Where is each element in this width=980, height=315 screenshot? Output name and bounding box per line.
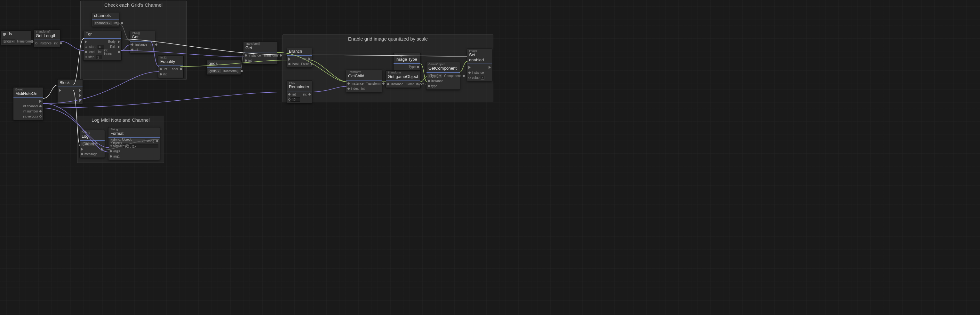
- exec-out[interactable]: [39, 100, 41, 103]
- exec-false[interactable]: [311, 63, 313, 66]
- port-out[interactable]: [417, 66, 419, 68]
- exec-out[interactable]: [101, 147, 103, 151]
- group-title: Log Midi Note and Channel: [78, 116, 164, 123]
- port-out[interactable]: [155, 43, 158, 46]
- port-out[interactable]: [121, 22, 123, 24]
- port-instance[interactable]: [347, 82, 350, 85]
- node-get-child[interactable]: Transform GetChild instanceTransform ind…: [346, 70, 382, 92]
- node-block[interactable]: Block: [57, 79, 83, 104]
- port-velocity[interactable]: [39, 116, 41, 117]
- port-out[interactable]: [156, 140, 158, 142]
- port-in2[interactable]: [288, 98, 291, 101]
- node-format[interactable]: String Format (string, Object, Object) s…: [108, 127, 160, 160]
- exec-body[interactable]: [118, 40, 120, 43]
- exec-out3[interactable]: [79, 99, 81, 102]
- port-in1[interactable]: [245, 54, 247, 57]
- exec-true[interactable]: [309, 57, 311, 61]
- port-out[interactable]: [463, 75, 465, 77]
- node-get-int[interactable]: Int32[] Get instance int int: [130, 31, 155, 53]
- exec-out1[interactable]: [79, 89, 81, 92]
- node-get-transform[interactable]: Transform[] Get instance Transform int: [243, 41, 278, 64]
- port-number[interactable]: [39, 110, 41, 112]
- input-step[interactable]: 1: [95, 55, 102, 59]
- port-out[interactable]: [60, 42, 62, 44]
- exec-in[interactable]: [85, 40, 87, 43]
- exec-in[interactable]: [59, 89, 61, 92]
- port-instance[interactable]: [387, 83, 390, 85]
- port-in2[interactable]: [131, 49, 134, 51]
- node-title: grids: [3, 31, 29, 36]
- node-grids-variable-2[interactable]: grids grids Transform[]: [206, 60, 241, 75]
- port-arg1[interactable]: [110, 155, 112, 157]
- node-channels-variable[interactable]: channels channels int[]: [92, 12, 119, 27]
- node-for[interactable]: For Body start0 Exit endint int index st…: [83, 31, 122, 61]
- exec-in[interactable]: [288, 57, 291, 61]
- group-enable: Enable grid image quantized by scale: [283, 35, 493, 102]
- exec-exit[interactable]: [118, 45, 120, 49]
- group-title: Enable grid image quantized by scale: [283, 35, 493, 42]
- node-set-enabled[interactable]: Image Set enabled instance value✓: [467, 49, 492, 81]
- exec-out[interactable]: [488, 66, 491, 69]
- port-instance[interactable]: [428, 80, 430, 82]
- port-out[interactable]: [309, 93, 311, 95]
- dropdown-channels[interactable]: channels: [94, 21, 112, 25]
- checkbox-value[interactable]: ✓: [481, 76, 484, 79]
- port-channel[interactable]: [39, 105, 41, 107]
- port-in[interactable]: [131, 43, 134, 46]
- node-remainder[interactable]: Int32 Remainder intint 12: [287, 81, 312, 103]
- exec-out2[interactable]: [79, 94, 81, 97]
- dropdown-object[interactable]: (Object): [81, 142, 99, 146]
- port-step[interactable]: [85, 56, 87, 58]
- node-midi-note-on[interactable]: Event MidiNoteOn int channel int number …: [13, 87, 43, 120]
- port-out[interactable]: [382, 82, 385, 85]
- port-in1[interactable]: [288, 93, 291, 95]
- port-in[interactable]: [35, 42, 37, 44]
- port-start[interactable]: [85, 46, 87, 48]
- dropdown-overload[interactable]: (string, Object, Object): [110, 139, 145, 144]
- node-image-type[interactable]: Image Image Type Type: [393, 53, 421, 71]
- port-out[interactable]: [280, 54, 282, 57]
- node-log[interactable]: Debug Log (Object) message: [80, 130, 105, 158]
- dropdown-grids[interactable]: grids: [208, 69, 221, 73]
- node-get-length[interactable]: Transform[] Get Length instance int: [33, 29, 60, 47]
- port-end[interactable]: [85, 51, 87, 53]
- port-out[interactable]: [180, 68, 182, 70]
- port-in2[interactable]: [245, 59, 247, 62]
- exec-in[interactable]: [81, 147, 83, 151]
- input-format[interactable]: {0} : {1}: [124, 144, 158, 148]
- input-divisor[interactable]: 12: [291, 97, 300, 101]
- port-in1[interactable]: [160, 68, 162, 70]
- port-value[interactable]: [468, 77, 471, 79]
- port-format[interactable]: [110, 145, 112, 147]
- exec-in[interactable]: [468, 66, 471, 69]
- port-message[interactable]: [81, 153, 83, 155]
- port-index[interactable]: [118, 51, 120, 53]
- node-get-gameobject[interactable]: Transform Get gameObject instanceGameObj…: [385, 70, 421, 88]
- port-in2[interactable]: [160, 73, 162, 75]
- port-out[interactable]: [240, 70, 243, 72]
- dropdown-type[interactable]: (Type): [428, 74, 443, 78]
- port-instance[interactable]: [468, 71, 471, 74]
- node-get-component[interactable]: GameObject GetComponent (Type)Component …: [426, 62, 460, 90]
- port-arg0[interactable]: [110, 150, 112, 152]
- port-index[interactable]: [347, 87, 350, 90]
- node-equality[interactable]: Int32 Equality int bool int: [158, 55, 184, 78]
- port-bool[interactable]: [288, 63, 291, 65]
- group-title: Check each Grid's Channel: [81, 1, 186, 8]
- port-type[interactable]: [428, 85, 430, 87]
- dropdown-grids[interactable]: grids: [2, 39, 15, 44]
- node-branch[interactable]: Branch True boolFalse: [287, 48, 312, 68]
- node-grids-variable[interactable]: grids grids Transform[]: [1, 30, 31, 45]
